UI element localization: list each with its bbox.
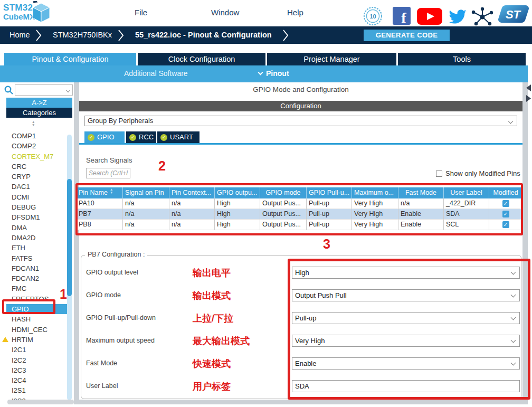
check-badge-icon: ✓ <box>129 134 136 141</box>
sidebar-search-input[interactable] <box>15 84 73 96</box>
modified-checkbox[interactable]: ✓ <box>502 221 509 228</box>
community-network-icon[interactable] <box>471 6 495 26</box>
col-pin-name[interactable]: Pin Name▲▼ <box>77 187 123 198</box>
chinese-annotation: 最大输出模式 <box>193 335 250 347</box>
group-by-select[interactable]: Group By Peripherals <box>84 116 517 126</box>
sort-toggle[interactable]: ▲ ▼ <box>32 120 35 127</box>
sidebar-item-crc[interactable]: CRC <box>0 162 74 172</box>
gpio-pull-select[interactable]: Pull-up <box>292 312 520 324</box>
col-max-output[interactable]: Maximum o... <box>352 187 398 198</box>
col-gpio-mode[interactable]: GPIO mode <box>260 187 307 198</box>
sidebar-item-i2s1[interactable]: I2S1 <box>0 385 74 395</box>
sidebar-item-label: HRTIM <box>12 336 33 344</box>
sidebar-item-comp2[interactable]: COMP2 <box>0 141 74 151</box>
max-output-speed-select[interactable]: Very High <box>292 335 520 347</box>
field-label: GPIO Pull-up/Pull-down <box>86 314 156 321</box>
sidebar-item-i2c3[interactable]: I2C3 <box>0 365 74 375</box>
youtube-icon[interactable] <box>417 8 442 25</box>
peripheral-tab-label: RCC <box>139 133 154 141</box>
sidebar-item-cortex-m7[interactable]: CORTEX_M7 <box>0 152 74 162</box>
arrow-left-icon[interactable] <box>526 84 531 91</box>
sidebar-item-hrtim[interactable]: HRTIM <box>0 335 74 345</box>
menu-window[interactable]: Window <box>211 8 239 17</box>
sidebar-item-debug[interactable]: DEBUG <box>0 202 74 212</box>
sidebar-item-i2c2[interactable]: I2C2 <box>0 355 74 365</box>
col-signal-on-pin[interactable]: Signal on Pin <box>123 187 169 198</box>
tab-clock-configuration[interactable]: Clock Configuration <box>138 53 265 65</box>
sidebar-item-dfsdm1[interactable]: DFSDM1 <box>0 212 74 222</box>
chevron-down-icon <box>508 119 514 124</box>
breadcrumb-device[interactable]: STM32H750IBKx <box>53 31 112 39</box>
chevron-down-icon <box>511 270 516 275</box>
sidebar-item-hash[interactable]: HASH <box>0 314 74 324</box>
sidebar-item-fdcan2[interactable]: FDCAN2 <box>0 273 74 283</box>
sidebar-horizontal-scrollbar[interactable] <box>7 400 74 404</box>
sidebar-item-dac1[interactable]: DAC1 <box>0 182 74 192</box>
breadcrumb-home[interactable]: Home <box>10 31 30 39</box>
sidebar-item-dma[interactable]: DMA <box>0 223 74 233</box>
sidebar-item-hdmi-cec[interactable]: HDMI_CEC <box>0 325 74 335</box>
generate-code-button[interactable]: GENERATE CODE <box>364 30 450 41</box>
modified-checkbox[interactable]: ✓ <box>502 200 509 207</box>
col-modified[interactable]: Modified <box>489 187 522 198</box>
table-row-pb7[interactable]: PB7n/a n/aHigh Output Pus...Pull-up Very… <box>77 209 522 220</box>
tab-pinout-configuration[interactable]: Pinout & Configuration <box>4 53 136 65</box>
annotation-number-3: 3 <box>323 236 330 252</box>
sidebar-scrollbar-thumb[interactable] <box>67 179 72 296</box>
top-menu-bar: STM32 CubeMX File Window Help 10 f <box>0 0 532 26</box>
col-user-label[interactable]: User Label <box>444 187 489 198</box>
pins-table-header: Pin Name▲▼ Signal on Pin Pin Context... … <box>77 187 522 198</box>
sidebar-tab-az[interactable]: A->Z <box>6 98 72 108</box>
gpio-mode-select[interactable]: Output Push Pull <box>292 289 520 301</box>
sidebar-item-gpio[interactable]: GPIO <box>6 304 70 314</box>
show-modified-pins-checkbox[interactable]: Show only Modified Pins <box>436 169 520 177</box>
sidebar-tab-categories[interactable]: Categories <box>6 108 72 118</box>
table-row-pb8[interactable]: PB8n/a n/aHigh Output Pus...Pull-up Very… <box>77 220 522 230</box>
twitter-icon[interactable] <box>446 7 469 26</box>
peripheral-tab-rcc[interactable]: ✓ RCC <box>126 131 156 143</box>
sidebar-item-comp1[interactable]: COMP1 <box>0 131 74 141</box>
right-frame-strip <box>522 82 528 404</box>
sidebar-item-fatfs[interactable]: FATFS <box>0 253 74 263</box>
select-value: Pull-up <box>295 314 316 322</box>
svg-text:10: 10 <box>369 13 376 20</box>
tab-project-manager[interactable]: Project Manager <box>267 53 396 65</box>
peripheral-tab-gpio[interactable]: ✓ GPIO <box>84 131 125 143</box>
col-gpio-output[interactable]: GPIO outpu... <box>215 187 260 198</box>
tab-tools[interactable]: Tools <box>398 53 526 65</box>
gpio-config-panel: GPIO Mode and Configuration Configuratio… <box>79 82 532 407</box>
peripherals-sidebar: A->Z Categories ▲ ▼ COMP1 COMP2 CORTEX_M… <box>0 82 74 407</box>
sidebar-item-cryp[interactable]: CRYP <box>0 172 74 182</box>
pb7-configuration-legend: PB7 Configuration : <box>85 251 147 258</box>
checkbox-icon[interactable] <box>436 171 442 177</box>
sidebar-item-dcmi[interactable]: DCMI <box>0 192 74 202</box>
signals-search-input[interactable] <box>86 168 130 178</box>
peripheral-tab-label: GPIO <box>97 133 115 141</box>
sort-down-icon: ▼ <box>32 124 35 127</box>
select-value: Enable <box>295 359 316 367</box>
col-gpio-pull[interactable]: GPIO Pull-u... <box>307 187 352 198</box>
table-row-pa10[interactable]: PA10n/a n/aHigh Output Pus...Pull-up Ver… <box>77 198 522 209</box>
panel-collapse-arrows[interactable] <box>526 84 531 102</box>
chevron-down-icon <box>511 361 516 366</box>
col-pin-context[interactable]: Pin Context... <box>169 187 215 198</box>
user-label-input[interactable] <box>292 380 520 392</box>
col-fast-mode[interactable]: Fast Mode <box>398 187 444 198</box>
peripheral-list: COMP1 COMP2 CORTEX_M7 CRC CRYP DAC1 DCMI… <box>0 131 74 406</box>
fast-mode-select[interactable]: Enable <box>292 357 520 370</box>
sidebar-item-i2c1[interactable]: I2C1 <box>0 345 74 355</box>
facebook-icon[interactable]: f <box>393 7 411 25</box>
modified-checkbox[interactable]: ✓ <box>502 211 509 217</box>
sidebar-item-fdcan1[interactable]: FDCAN1 <box>0 263 74 273</box>
pinout-menu[interactable]: Pinout <box>259 69 289 78</box>
sidebar-item-i2c4[interactable]: I2C4 <box>0 375 74 385</box>
arrow-right-icon[interactable] <box>526 95 531 102</box>
menu-help[interactable]: Help <box>287 8 303 17</box>
menu-file[interactable]: File <box>135 8 147 17</box>
sidebar-item-dma2d[interactable]: DMA2D <box>0 233 74 243</box>
pinout-sub-bar: Additional Software Pinout <box>0 65 528 82</box>
gpio-output-level-select[interactable]: High <box>292 267 520 279</box>
peripheral-tab-usart[interactable]: ✓ USART <box>157 131 200 143</box>
additional-software-link[interactable]: Additional Software <box>124 69 188 78</box>
sidebar-item-eth[interactable]: ETH <box>0 243 74 253</box>
